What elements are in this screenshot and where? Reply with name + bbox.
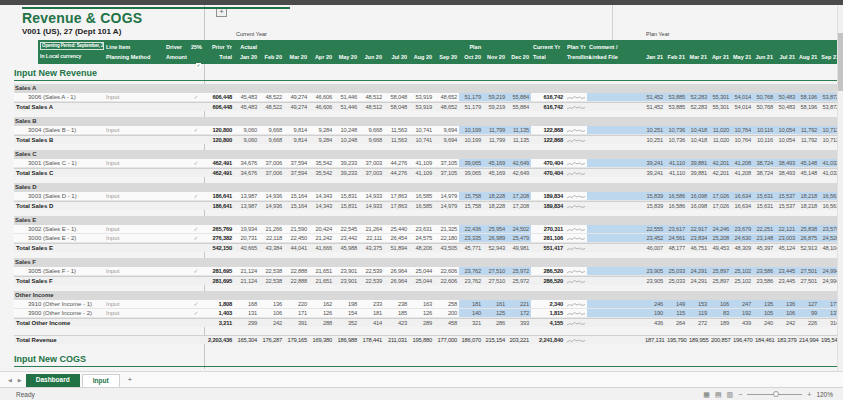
plan-year-month-cell[interactable]: 15,631 (753, 192, 775, 200)
actual-month-cell[interactable]: 26,964 (384, 267, 409, 275)
plan-year-month-cell[interactable]: 153 (687, 300, 709, 308)
plan-year-month-cell[interactable]: 105 (753, 309, 775, 317)
plan-year-month-cell[interactable]: 41,110 (665, 159, 687, 167)
actual-month-cell[interactable]: 20,731 (234, 234, 259, 242)
actual-month-cell[interactable]: 22,539 (359, 267, 384, 275)
comment-cell[interactable] (587, 159, 643, 167)
actual-month-cell[interactable]: 35,542 (309, 159, 334, 167)
plan-month-cell[interactable]: 27,510 (483, 267, 507, 275)
plan-month-cell[interactable]: 17,208 (507, 192, 531, 200)
plan-month-cell[interactable]: 25,972 (507, 267, 531, 275)
plan-year-month-cell[interactable]: 23,905 (643, 267, 665, 275)
plan-year-month-cell[interactable]: 54,014 (731, 93, 753, 101)
scrollbar-thumb[interactable] (838, 33, 843, 91)
actual-month-cell[interactable]: 9,284 (309, 126, 334, 134)
plan-year-month-cell[interactable]: 135 (753, 300, 775, 308)
plan-year-month-cell[interactable]: 99 (797, 309, 819, 317)
plan-year-month-cell[interactable]: 25,033 (665, 267, 687, 275)
actual-month-cell[interactable]: 15,164 (284, 192, 309, 200)
actual-month-cell[interactable]: 21,124 (234, 267, 259, 275)
normal-view-icon[interactable]: ▦ (703, 391, 710, 398)
actual-month-cell[interactable]: 154 (334, 309, 359, 317)
plan-month-cell[interactable]: 22,436 (459, 225, 483, 233)
actual-month-cell[interactable]: 22,606 (434, 267, 459, 275)
actual-month-cell[interactable]: 37,105 (434, 159, 459, 167)
plan-month-cell[interactable]: 11,135 (507, 126, 531, 134)
row-checkbox-icon[interactable]: ✓ (188, 126, 204, 134)
actual-month-cell[interactable]: 171 (284, 309, 309, 317)
plan-year-month-cell[interactable]: 38,493 (775, 159, 797, 167)
actual-month-cell[interactable]: 181 (359, 309, 384, 317)
plan-year-month-cell[interactable]: 52,283 (687, 93, 709, 101)
actual-month-cell[interactable]: 9,694 (434, 126, 459, 134)
actual-month-cell[interactable]: 17,863 (384, 192, 409, 200)
plan-year-month-cell[interactable]: 106 (709, 300, 731, 308)
plan-year-month-cell[interactable]: 25,102 (731, 267, 753, 275)
plan-month-cell[interactable]: 125 (483, 309, 507, 317)
actual-month-cell[interactable]: 22,111 (359, 234, 384, 242)
add-sheet-button[interactable]: + (122, 375, 139, 384)
zoom-slider[interactable] (747, 394, 802, 395)
actual-month-cell[interactable]: 45,483 (234, 93, 259, 101)
actual-month-cell[interactable]: 10,248 (334, 126, 359, 134)
row-checkbox-icon[interactable]: ✓ (188, 93, 204, 101)
actual-month-cell[interactable]: 23,901 (334, 267, 359, 275)
row-checkbox-icon[interactable]: ✓ (188, 225, 204, 233)
plan-year-month-cell[interactable]: 24,291 (687, 267, 709, 275)
actual-month-cell[interactable]: 22,888 (284, 267, 309, 275)
actual-month-cell[interactable]: 106 (259, 309, 284, 317)
plan-year-month-cell[interactable]: 10,251 (643, 126, 665, 134)
actual-month-cell[interactable]: 136 (259, 300, 284, 308)
plan-month-cell[interactable]: 55,884 (507, 93, 531, 101)
actual-month-cell[interactable]: 46,606 (309, 93, 334, 101)
actual-month-cell[interactable]: 220 (284, 300, 309, 308)
plan-year-month-cell[interactable]: 24,561 (665, 234, 687, 242)
actual-month-cell[interactable]: 9,668 (359, 126, 384, 134)
actual-month-cell[interactable]: 233 (359, 300, 384, 308)
plan-year-month-cell[interactable]: 22,917 (687, 225, 709, 233)
plan-month-cell[interactable]: 23,762 (459, 267, 483, 275)
plan-year-month-cell[interactable]: 23,586 (753, 267, 775, 275)
tab-nav-left-icon[interactable]: ◀ (6, 377, 14, 383)
actual-month-cell[interactable]: 238 (384, 300, 409, 308)
plan-month-cell[interactable]: 24,502 (507, 225, 531, 233)
plan-month-cell[interactable]: 59,219 (483, 93, 507, 101)
plan-year-month-cell[interactable]: 127 (797, 300, 819, 308)
actual-month-cell[interactable]: 49,274 (284, 93, 309, 101)
plan-month-cell[interactable]: 140 (459, 309, 483, 317)
actual-month-cell[interactable]: 9,814 (284, 126, 309, 134)
actual-month-cell[interactable]: 53,919 (409, 93, 434, 101)
actual-month-cell[interactable]: 11,563 (384, 126, 409, 134)
plan-year-month-cell[interactable]: 25,208 (709, 234, 731, 242)
plan-month-cell[interactable]: 51,179 (459, 93, 483, 101)
plan-year-month-cell[interactable]: 190 (643, 309, 665, 317)
plan-month-cell[interactable]: 25,479 (507, 234, 531, 242)
actual-month-cell[interactable]: 258 (434, 300, 459, 308)
actual-month-cell[interactable]: 48,512 (359, 93, 384, 101)
actual-month-cell[interactable]: 21,242 (309, 234, 334, 242)
plan-year-month-cell[interactable]: 22,121 (775, 225, 797, 233)
plan-month-cell[interactable]: 221 (507, 300, 531, 308)
actual-month-cell[interactable]: 163 (409, 300, 434, 308)
plan-month-cell[interactable]: 45,169 (483, 159, 507, 167)
plan-year-month-cell[interactable]: 58,196 (797, 93, 819, 101)
row-checkbox-icon[interactable]: ✓ (188, 234, 204, 242)
actual-month-cell[interactable]: 131 (234, 309, 259, 317)
actual-month-cell[interactable]: 26,454 (384, 234, 409, 242)
plan-month-cell[interactable]: 39,065 (459, 159, 483, 167)
plan-month-cell[interactable]: 11,799 (483, 126, 507, 134)
zoom-level[interactable]: 120% (816, 391, 833, 398)
comment-cell[interactable] (587, 267, 643, 275)
actual-month-cell[interactable]: 23,631 (409, 225, 434, 233)
actual-month-cell[interactable]: 162 (309, 300, 334, 308)
plan-year-month-cell[interactable]: 15,537 (775, 192, 797, 200)
actual-month-cell[interactable]: 37,594 (284, 159, 309, 167)
zoom-out-button[interactable]: − (738, 391, 742, 398)
plan-year-month-cell[interactable]: 83 (709, 309, 731, 317)
actual-month-cell[interactable]: 22,180 (434, 234, 459, 242)
plan-month-cell[interactable]: 23,335 (459, 234, 483, 242)
actual-month-cell[interactable]: 39,233 (334, 159, 359, 167)
actual-month-cell[interactable]: 185 (384, 309, 409, 317)
plan-year-month-cell[interactable]: 119 (687, 309, 709, 317)
page-layout-view-icon[interactable]: ▤ (715, 391, 722, 398)
